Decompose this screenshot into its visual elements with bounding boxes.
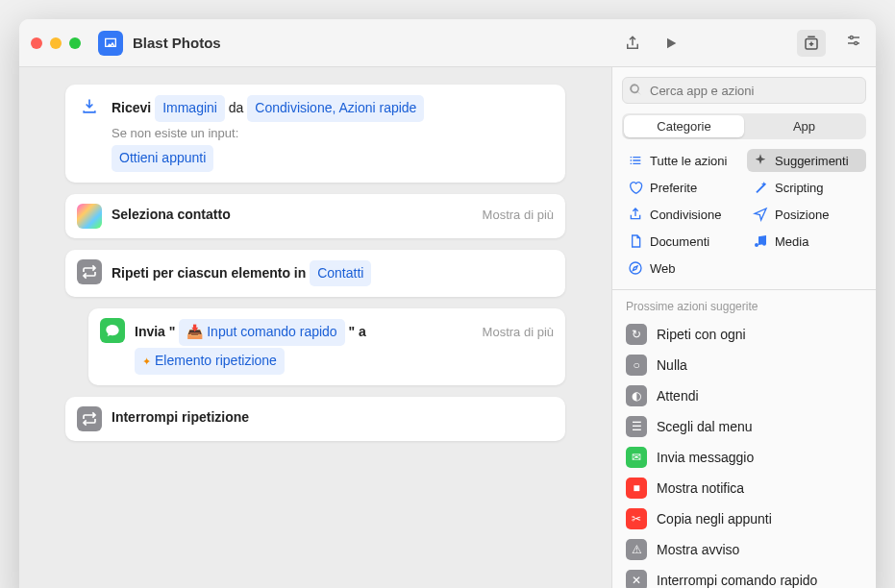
suggestions-header: Prossime azioni suggerite [612, 290, 876, 319]
action-icon: ✕ [626, 570, 647, 588]
library-segmented-control: Categorie App [622, 113, 866, 139]
app-window: Blast Photos [19, 19, 876, 588]
input-sources-token[interactable]: Condivisione, Azioni rapide [247, 95, 424, 122]
action-label: Interrompi comando rapido [657, 573, 817, 588]
categories-tab[interactable]: Categorie [624, 115, 744, 137]
category-location[interactable]: Posizione [747, 203, 866, 226]
titlebar: Blast Photos [19, 19, 876, 67]
svg-point-2 [855, 41, 858, 44]
select-contact-title: Seleziona contatto [112, 204, 231, 227]
category-sharing[interactable]: Condivisione [622, 203, 741, 226]
action-label: Nulla [657, 357, 687, 373]
share-button[interactable] [622, 33, 643, 54]
action-icon: ⚠ [626, 539, 647, 560]
suggested-action[interactable]: ✉Invia messaggio [612, 442, 876, 473]
action-label: Mostra notifica [657, 480, 744, 496]
repeat-icon [77, 259, 102, 284]
action-label: Invia messaggio [657, 450, 754, 465]
repeat-label: Ripeti per ciascun elemento in [112, 265, 306, 281]
end-repeat-title: Interrompi ripetizione [112, 409, 249, 425]
location-icon [753, 207, 768, 222]
receive-input-action[interactable]: Ricevi Immagini da Condivisione, Azioni … [65, 85, 565, 183]
shortcut-icon [98, 31, 123, 56]
list-icon [628, 153, 643, 168]
input-icon [77, 94, 102, 119]
messages-icon [100, 318, 125, 343]
input-type-token[interactable]: Immagini [155, 95, 225, 122]
fallback-token[interactable]: Ottieni appunti [112, 145, 213, 172]
send-message-action[interactable]: Invia " 📥 Input comando rapido " a Mostr… [88, 308, 565, 385]
action-label: Ripeti con ogni [657, 327, 746, 342]
suggested-action[interactable]: ✂Copia negli appunti [612, 503, 876, 534]
action-icon: ✂ [626, 508, 647, 529]
svg-point-1 [850, 36, 853, 38]
end-repeat-action[interactable]: Interrompi ripetizione [65, 397, 565, 441]
suggested-action[interactable]: ↻Ripeti con ogni [612, 319, 876, 350]
action-label: Mostra avviso [657, 542, 739, 557]
receive-label: Ricevi [112, 100, 151, 115]
no-input-label: Se non esiste un input: [112, 123, 554, 144]
action-icon: ↻ [626, 324, 647, 345]
category-scripting[interactable]: Scripting [747, 176, 866, 199]
category-grid: Tutte le azioni Suggerimenti Preferite S… [612, 149, 876, 289]
action-label: Copia negli appunti [657, 511, 772, 527]
library-sidebar: Categorie App Tutte le azioni Suggerimen… [611, 67, 876, 588]
safari-icon [628, 260, 643, 276]
search-box [622, 77, 866, 104]
suggested-action[interactable]: ■Mostra notifica [612, 473, 876, 503]
from-label: da [229, 100, 244, 115]
repeat-collection-token[interactable]: Contatti [310, 260, 371, 287]
show-more-button[interactable]: Mostra di più [473, 205, 554, 226]
category-media[interactable]: Media [747, 230, 866, 253]
recipient-token[interactable]: Elemento ripetizione [135, 348, 285, 375]
apps-tab[interactable]: App [744, 115, 864, 137]
repeat-each-action[interactable]: Ripeti per ciascun elemento in Contatti [65, 250, 565, 298]
category-all-actions[interactable]: Tutte le azioni [622, 149, 741, 172]
minimize-window-button[interactable] [50, 37, 62, 49]
wand-icon [753, 180, 768, 195]
send-input-token[interactable]: 📥 Input comando rapido [179, 319, 344, 346]
traffic-lights [31, 37, 81, 49]
svg-point-3 [630, 262, 641, 274]
suggested-action[interactable]: ◐Attendi [612, 380, 876, 411]
window-title: Blast Photos [133, 35, 622, 51]
sparkle-icon [753, 153, 768, 168]
action-icon: ○ [626, 355, 647, 376]
action-icon: ■ [626, 478, 647, 499]
contacts-icon [77, 204, 102, 229]
music-icon [753, 233, 768, 249]
suggested-action[interactable]: ⚠Mostra avviso [612, 534, 876, 565]
select-contact-action[interactable]: Seleziona contatto Mostra di più [65, 194, 565, 238]
heart-icon [628, 180, 643, 195]
suggested-action[interactable]: ✕Interrompi comando rapido [612, 565, 876, 588]
action-icon: ◐ [626, 385, 647, 406]
search-input[interactable] [622, 77, 866, 104]
zoom-window-button[interactable] [69, 37, 81, 49]
send-prefix: Invia " [135, 324, 175, 339]
settings-button[interactable] [843, 30, 864, 51]
run-button[interactable] [660, 33, 682, 54]
repeat-icon [77, 406, 102, 431]
suggested-actions-list: ↻Ripeti con ogni○Nulla◐Attendi☰Scegli da… [612, 319, 876, 588]
action-icon: ☰ [626, 416, 647, 437]
workflow-editor: Ricevi Immagini da Condivisione, Azioni … [19, 67, 611, 588]
category-documents[interactable]: Documenti [622, 230, 741, 253]
document-icon [628, 233, 643, 249]
action-icon: ✉ [626, 447, 647, 468]
category-web[interactable]: Web [622, 257, 741, 280]
send-suffix: " a [349, 324, 366, 339]
share-icon [628, 207, 643, 222]
show-more-button[interactable]: Mostra di più [473, 322, 554, 343]
suggested-action[interactable]: ☰Scegli dal menu [612, 411, 876, 442]
close-window-button[interactable] [31, 37, 42, 49]
suggested-action[interactable]: ○Nulla [612, 350, 876, 380]
search-icon [629, 83, 643, 97]
category-suggestions[interactable]: Suggerimenti [747, 149, 866, 172]
action-label: Scegli dal menu [657, 419, 753, 434]
library-toggle-button[interactable] [797, 30, 826, 57]
action-label: Attendi [657, 388, 699, 404]
category-favorites[interactable]: Preferite [622, 176, 741, 199]
